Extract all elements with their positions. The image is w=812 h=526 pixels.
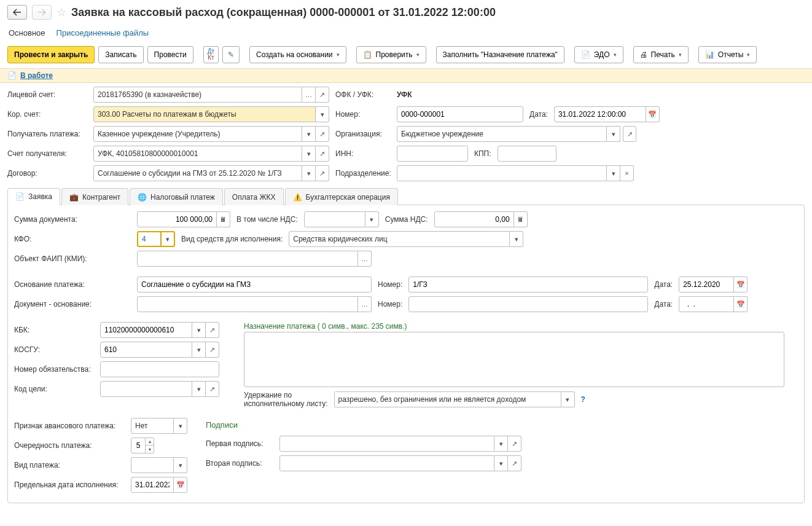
vat-sum-label: Сумма НДС:: [385, 215, 428, 224]
kfo-input[interactable]: [137, 231, 162, 247]
goal-dropdown-button[interactable]: ▾: [192, 381, 206, 397]
vat-sum-calc-button[interactable]: 🖩: [514, 211, 528, 227]
contract-open-button[interactable]: ↗: [316, 165, 329, 181]
kpp-input[interactable]: [498, 146, 556, 162]
dept-clear-button[interactable]: ×: [620, 165, 634, 181]
pencil-button[interactable]: ✎: [222, 46, 240, 63]
warning-icon: ⚠️: [293, 193, 302, 202]
priority-up-button[interactable]: ▴: [146, 438, 154, 446]
priority-down-button[interactable]: ▾: [146, 446, 154, 453]
paytype-input[interactable]: [131, 457, 174, 473]
basis-input[interactable]: [137, 277, 372, 292]
subnav-files[interactable]: Присоединенные файлы: [57, 28, 149, 37]
advance-dropdown-button[interactable]: ▾: [174, 418, 187, 434]
date-input[interactable]: [554, 106, 646, 122]
doc-basis-input[interactable]: [137, 296, 358, 312]
account-open-button[interactable]: ↗: [316, 87, 329, 103]
goal-input[interactable]: [100, 381, 192, 397]
create-based-button[interactable]: Создать на основании▾: [249, 46, 346, 63]
sig1-input[interactable]: [279, 436, 494, 452]
page-title: Заявка на кассовый расход (сокращенная) …: [71, 6, 496, 19]
subnav-main[interactable]: Основное: [9, 28, 45, 37]
kfo-dropdown-button[interactable]: ▾: [162, 231, 175, 247]
sig1-dropdown-button[interactable]: ▾: [494, 436, 508, 452]
sig1-open-button[interactable]: ↗: [508, 436, 521, 452]
kbk-input[interactable]: [100, 322, 192, 338]
paytype-dropdown-button[interactable]: ▾: [174, 457, 187, 473]
post-and-close-button[interactable]: Провести и закрыть: [7, 46, 95, 63]
tab-counterparty[interactable]: 💼 Контрагент: [61, 188, 128, 205]
status-doc-icon: 📄: [7, 71, 17, 80]
incl-vat-input[interactable]: [304, 211, 365, 227]
faip-label: Объект ФАИП (КМИ):: [14, 254, 131, 263]
tab-request[interactable]: 📄 Заявка: [7, 188, 60, 205]
signatures-heading: Подписи: [206, 420, 521, 430]
goal-label: Код цели:: [14, 385, 94, 393]
fill-purpose-button[interactable]: Заполнить "Назначение платежа": [436, 46, 564, 63]
status-link[interactable]: В работе: [20, 71, 53, 80]
withhold-label-2: исполнительному листу:: [244, 399, 328, 408]
forward-button: [32, 5, 52, 20]
korr-dropdown-button[interactable]: ▾: [316, 106, 329, 122]
withhold-dropdown-button[interactable]: ▾: [561, 391, 575, 407]
dept-input[interactable]: [397, 165, 607, 181]
deadline-input[interactable]: [131, 477, 174, 493]
incl-vat-dropdown-button[interactable]: ▾: [365, 211, 379, 227]
kosgu-input[interactable]: [100, 342, 192, 358]
basis-date-calendar-button[interactable]: 📅: [734, 277, 748, 292]
obligation-input[interactable]: [100, 361, 219, 377]
payee-dropdown-button[interactable]: ▾: [302, 126, 316, 142]
contract-dropdown-button[interactable]: ▾: [302, 165, 316, 181]
deadline-calendar-button[interactable]: 📅: [174, 477, 187, 493]
post-button[interactable]: Провести: [147, 46, 193, 63]
sig2-dropdown-button[interactable]: ▾: [494, 455, 508, 471]
favorite-star-icon[interactable]: ☆: [57, 6, 66, 19]
account-more-button[interactable]: …: [302, 87, 316, 103]
doc-basis-more-button[interactable]: …: [358, 296, 372, 312]
back-button[interactable]: [7, 5, 27, 20]
funds-dropdown-button[interactable]: ▾: [510, 231, 523, 247]
tab-utility[interactable]: Оплата ЖКХ: [224, 188, 284, 205]
vat-sum-input[interactable]: [434, 211, 514, 227]
doc-sum-input[interactable]: [137, 211, 217, 227]
print-button[interactable]: 🖨 Печать▾: [633, 46, 689, 63]
dtkt-button[interactable]: ДтКт: [203, 46, 219, 63]
sig2-input[interactable]: [279, 455, 494, 471]
purpose-textarea[interactable]: [244, 332, 784, 387]
org-dropdown-button[interactable]: ▾: [607, 126, 620, 142]
kbk-open-button[interactable]: ↗: [206, 322, 219, 338]
doc-sum-calc-button[interactable]: 🖩: [217, 211, 230, 227]
date-calendar-button[interactable]: 📅: [646, 106, 660, 122]
help-icon[interactable]: ?: [581, 395, 585, 404]
reports-button[interactable]: 📊 Отчеты▾: [698, 46, 757, 63]
basis-date-input[interactable]: [679, 277, 734, 292]
inn-input[interactable]: [397, 146, 468, 162]
tab-accounting[interactable]: ⚠️ Бухгалтерская операция: [285, 188, 398, 205]
check-button[interactable]: 📋 Проверить▾: [356, 46, 426, 63]
priority-input[interactable]: [131, 438, 146, 453]
doc-basis-date-input[interactable]: [679, 296, 734, 312]
payee-acc-dropdown-button[interactable]: ▾: [302, 146, 316, 162]
doc-basis-date-calendar-button[interactable]: 📅: [734, 296, 748, 312]
number-label: Номер:: [335, 110, 391, 119]
payee-acc-open-button[interactable]: ↗: [316, 146, 329, 162]
kosgu-open-button[interactable]: ↗: [206, 342, 219, 358]
faip-input[interactable]: [137, 251, 358, 267]
org-open-button[interactable]: ↗: [623, 126, 636, 142]
faip-more-button[interactable]: …: [358, 251, 372, 267]
dept-label: Подразделение:: [335, 169, 391, 178]
edo-button[interactable]: 📄 ЭДО▾: [574, 46, 623, 63]
sig2-open-button[interactable]: ↗: [508, 455, 521, 471]
number-input[interactable]: [397, 106, 523, 122]
doc-basis-num-input[interactable]: [408, 296, 648, 312]
payee-open-button[interactable]: ↗: [316, 126, 329, 142]
goal-open-button[interactable]: ↗: [206, 381, 219, 397]
kbk-dropdown-button[interactable]: ▾: [192, 322, 206, 338]
document-icon: 📄: [581, 50, 590, 59]
account-value: 20181765390 (в казначействе): [93, 87, 302, 103]
save-button[interactable]: Записать: [98, 46, 143, 63]
dept-dropdown-button[interactable]: ▾: [607, 165, 620, 181]
tab-tax[interactable]: 🌐 Налоговый платеж: [130, 188, 223, 205]
basis-num-input[interactable]: [408, 277, 648, 292]
kosgu-dropdown-button[interactable]: ▾: [192, 342, 206, 358]
